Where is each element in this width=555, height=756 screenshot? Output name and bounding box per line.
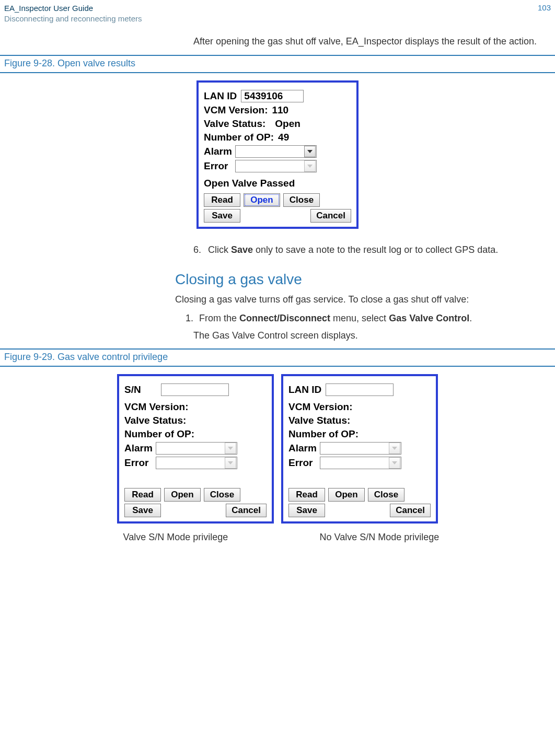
alarm-label: Alarm (124, 443, 153, 454)
cancel-button[interactable]: Cancel (390, 504, 431, 517)
right-panel-caption: No Valve S/N Mode privilege (301, 532, 458, 543)
save-button[interactable]: Save (288, 504, 325, 517)
vcm-version-label: VCM Version: (204, 104, 268, 116)
error-dropdown[interactable] (320, 457, 401, 469)
chevron-down-icon (225, 443, 236, 454)
valve-status-label: Valve Status: (288, 415, 350, 426)
open-button[interactable]: Open (244, 193, 280, 207)
chevron-down-icon (225, 457, 236, 469)
closing-gas-valve-heading: Closing a gas valve (175, 271, 555, 288)
cancel-button[interactable]: Cancel (310, 209, 351, 223)
sn-field[interactable] (161, 383, 229, 396)
alarm-label: Alarm (204, 146, 232, 157)
alarm-dropdown[interactable] (235, 145, 317, 158)
valve-status-label: Valve Status: (204, 118, 265, 130)
error-dropdown[interactable] (235, 160, 317, 172)
close-button[interactable]: Close (204, 488, 240, 502)
read-button[interactable]: Read (204, 193, 240, 207)
status-message: Open Valve Passed (204, 178, 351, 189)
error-label: Error (288, 457, 313, 469)
vcm-version-value: 110 (272, 104, 288, 116)
save-button[interactable]: Save (124, 504, 161, 517)
chevron-down-icon (389, 443, 400, 454)
number-op-label: Number of OP: (124, 428, 194, 440)
error-label: Error (204, 160, 228, 172)
vcm-version-label: VCM Version: (124, 401, 188, 413)
sn-label: S/N (124, 384, 141, 396)
chevron-down-icon (389, 457, 400, 469)
step-number: 1. (186, 313, 195, 324)
doc-title: EA_Inspector User Guide (4, 3, 142, 14)
number-op-label: Number of OP: (204, 132, 274, 143)
page-number: 103 (538, 3, 551, 12)
lan-id-field[interactable] (326, 383, 394, 396)
figure-caption-9-29: Figure 9-29. Gas valve control privilege (0, 348, 555, 367)
chevron-down-icon (304, 160, 316, 172)
valve-status-value: Open (275, 118, 300, 130)
lan-id-label: LAN ID (288, 384, 321, 396)
open-button[interactable]: Open (164, 488, 201, 502)
alarm-label: Alarm (288, 443, 317, 454)
number-op-value: 49 (278, 132, 289, 143)
step-number: 6. (193, 243, 204, 256)
doc-section: Disconnecting and reconnecting meters (4, 14, 142, 24)
close-button[interactable]: Close (283, 193, 320, 207)
cancel-button[interactable]: Cancel (226, 504, 267, 517)
vcm-version-label: VCM Version: (288, 401, 352, 413)
open-valve-results-panel: LAN ID 5439106 VCM Version: 110 Valve St… (196, 80, 359, 229)
closing-paragraph: Closing a gas valve turns off gas servic… (175, 293, 534, 306)
alarm-dropdown[interactable] (320, 442, 401, 455)
page-header: EA_Inspector User Guide Disconnecting an… (0, 0, 555, 25)
step-1: 1. From the Connect/Disconnect menu, sel… (186, 313, 534, 324)
intro-paragraph: After opening the gas shut off valve, EA… (193, 35, 539, 48)
figure-caption-9-28: Figure 9-28. Open valve results (0, 55, 555, 73)
read-button[interactable]: Read (124, 488, 161, 502)
error-dropdown[interactable] (156, 457, 237, 469)
valve-status-label: Valve Status: (124, 415, 186, 426)
number-op-label: Number of OP: (288, 428, 359, 440)
read-button[interactable]: Read (288, 488, 325, 502)
alarm-dropdown[interactable] (156, 442, 237, 455)
chevron-down-icon[interactable] (304, 146, 316, 157)
step-6: 6. Click Save only to save a note to the… (193, 243, 534, 256)
open-button[interactable]: Open (328, 488, 365, 502)
lan-id-field[interactable]: 5439106 (241, 90, 304, 102)
save-button[interactable]: Save (204, 209, 240, 223)
close-button[interactable]: Close (368, 488, 404, 502)
lan-id-label: LAN ID (204, 90, 237, 102)
step-1-sub: The Gas Valve Control screen displays. (193, 330, 534, 341)
left-panel-caption: Valve S/N Mode privilege (97, 532, 254, 543)
error-label: Error (124, 457, 148, 469)
no-valve-sn-mode-panel: LAN ID VCM Version: Valve Status: Number… (281, 374, 438, 524)
valve-sn-mode-panel: S/N VCM Version: Valve Status: Number of… (117, 374, 274, 524)
